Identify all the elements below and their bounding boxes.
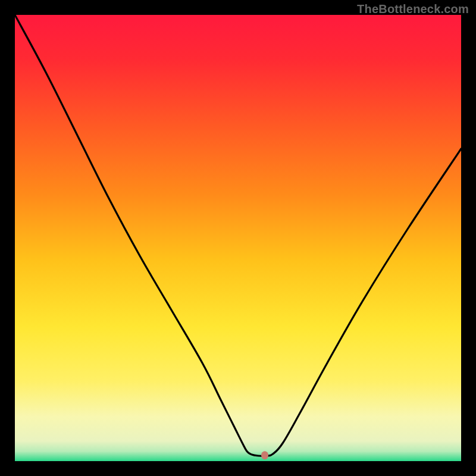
chart-background [15,15,461,461]
bottleneck-chart-svg [15,15,461,461]
chart-frame: TheBottleneck.com [0,0,476,476]
bottleneck-marker [261,451,268,459]
watermark-text: TheBottleneck.com [357,2,469,16]
plot-area [15,15,461,461]
